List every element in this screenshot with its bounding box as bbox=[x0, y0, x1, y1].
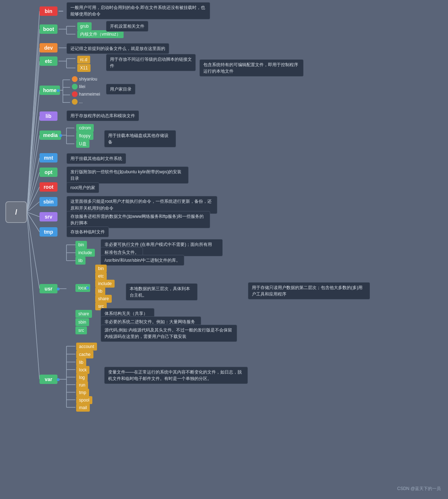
svg-line-2 bbox=[27, 48, 40, 212]
dir-srv: srv bbox=[40, 212, 57, 221]
usr-desc: 用于存储只读用户数据的第二层次；包含他大多数的(多)用户工具和应用程序 bbox=[248, 282, 370, 299]
svg-line-12 bbox=[27, 212, 40, 232]
subdir-var-spool: spool bbox=[76, 396, 92, 404]
boot-desc: 开机设置相关文件 bbox=[106, 21, 148, 32]
subdir-var-run: run bbox=[76, 381, 88, 389]
dir-lib: lib bbox=[40, 111, 57, 121]
subdir-grub: grub bbox=[77, 22, 92, 30]
dir-boot: boot bbox=[40, 24, 57, 34]
svg-line-3 bbox=[27, 61, 40, 212]
user-icon-hanmeimei bbox=[72, 91, 78, 97]
dir-etc: etc bbox=[40, 56, 57, 66]
lib-desc: 用于存放程序的动态库和模块文件 bbox=[66, 110, 139, 121]
svg-line-10 bbox=[27, 202, 40, 212]
svg-line-11 bbox=[27, 212, 40, 217]
dir-media: media bbox=[40, 131, 61, 140]
subdir-floppy: floppy bbox=[76, 132, 93, 140]
svg-line-1 bbox=[27, 29, 40, 212]
subdir-var-account: account bbox=[76, 343, 97, 351]
local-dot bbox=[86, 287, 89, 289]
dir-sbin: sbin bbox=[40, 197, 57, 206]
svg-line-0 bbox=[27, 11, 40, 212]
user-icon-shiyanlou bbox=[72, 76, 78, 82]
user-lilei: lilei bbox=[72, 84, 85, 90]
root-desc: root用户的家 bbox=[66, 182, 99, 193]
subdir-usr-share: share bbox=[75, 310, 92, 318]
subdir-local-lib: lib bbox=[95, 287, 105, 295]
dir-tmp: tmp bbox=[40, 227, 57, 237]
var-desc: 变量文件——在正常运行的系统中其内容不断变化的文件，如日志，脱机文件和临时电子邮… bbox=[104, 367, 248, 384]
subdir-usr-lib: lib bbox=[75, 257, 86, 265]
svg-line-13 bbox=[27, 212, 40, 289]
svg-line-7 bbox=[27, 158, 40, 212]
subdir-usr-include: include bbox=[75, 249, 95, 257]
usr-dot bbox=[57, 288, 60, 290]
root-label: / bbox=[15, 208, 17, 216]
home-desc: 用户家目录 bbox=[106, 84, 135, 95]
svg-line-8 bbox=[27, 172, 40, 212]
user-shiyanlou: shiyanlou bbox=[72, 76, 97, 82]
user-more: ... bbox=[72, 99, 83, 105]
etc-desc1: 用于存放不同运行等级的启动脚本的链接文件 bbox=[106, 54, 196, 71]
subdir-cdrom: cdrom bbox=[76, 124, 94, 132]
subdir-var-mail: mail bbox=[76, 404, 90, 412]
subdir-usr-src: src bbox=[75, 326, 87, 334]
var-dot bbox=[57, 378, 60, 381]
subdir-usb: U盘 bbox=[76, 140, 89, 148]
subdir-var-lib: lib bbox=[76, 358, 86, 366]
srv-desc: 存放服务进程所需的数据文件(如www网络服务和ftp服务)和一些服务的执行脚本 bbox=[66, 211, 210, 228]
media-dot bbox=[59, 134, 62, 137]
dev-desc: 还记得之前提到的设备文件么，就是放在这里面的 bbox=[66, 43, 169, 54]
media-desc: 用于挂载本地磁盘或其他存储设备 bbox=[104, 130, 176, 147]
mnt-desc: 用于挂载其他临时文件系统 bbox=[66, 153, 126, 164]
usr-lib-desc: /usr/bin/和/usr/sbin/中二进制文件的库。 bbox=[101, 255, 184, 266]
svg-line-5 bbox=[27, 116, 40, 212]
usr-local-desc: 本地数据的第三层次，具体到本台主机。 bbox=[126, 283, 198, 301]
subdir-usr-bin: bin bbox=[75, 241, 87, 249]
dir-var: var bbox=[40, 375, 57, 384]
svg-line-9 bbox=[27, 187, 40, 212]
subdir-var-log: log bbox=[76, 374, 88, 381]
dir-bin: bin bbox=[40, 6, 57, 16]
svg-line-6 bbox=[27, 135, 40, 212]
subdir-usr-sbin: sbin bbox=[75, 318, 89, 326]
bin-desc: 一般用户可用，启动时会用到的命令,即在文件系统还没有被挂载时，也能够使用的命令 bbox=[66, 2, 210, 19]
subdir-var-lock: lock bbox=[76, 366, 89, 374]
user-icon-more bbox=[72, 99, 78, 105]
svg-line-4 bbox=[27, 90, 40, 212]
watermark: CSDN @蓝天下的一员 bbox=[397, 486, 441, 492]
svg-line-14 bbox=[27, 212, 40, 379]
user-hanmeimei: hanmeimei bbox=[72, 91, 100, 97]
subdir-local-bin: bin bbox=[95, 265, 107, 273]
subdir-local-etc: etc bbox=[95, 272, 107, 280]
root-node: / bbox=[5, 201, 27, 223]
diagram-container: / bin 一般用户可用，启动时会用到的命令,即在文件系统还没有被挂载时，也能够… bbox=[0, 0, 448, 499]
dir-usr: usr bbox=[40, 284, 57, 293]
subdir-rcd: rc.d bbox=[77, 56, 90, 64]
subdir-var-cache: cache bbox=[76, 351, 93, 358]
dir-root: root bbox=[40, 182, 57, 192]
opt-desc: 发行版附加的一些软件包(如ubuntu kylin附带的wps)的安装目录 bbox=[66, 166, 189, 184]
dir-mnt: mnt bbox=[40, 153, 57, 162]
dir-dev: dev bbox=[40, 43, 57, 52]
home-dot bbox=[57, 89, 60, 92]
subdir-local-include: include bbox=[95, 280, 115, 288]
subdir-x11: X11 bbox=[77, 64, 91, 72]
tmp-desc: 存放各种临时文件 bbox=[66, 226, 109, 237]
subdir-local-share: share bbox=[95, 295, 112, 303]
usr-src-desc: 源代码,例如:内核源代码及其头文件。不过一般的发行版是不会保留内核源码在这里的，… bbox=[101, 325, 237, 342]
subdir-var-tmp: tmp bbox=[76, 389, 89, 397]
dir-opt: opt bbox=[40, 168, 57, 177]
user-icon-lilei bbox=[72, 84, 78, 90]
etc-desc2: 包含系统特有的可编辑配置文件，即用于控制程序运行的本地文件 bbox=[199, 59, 304, 77]
